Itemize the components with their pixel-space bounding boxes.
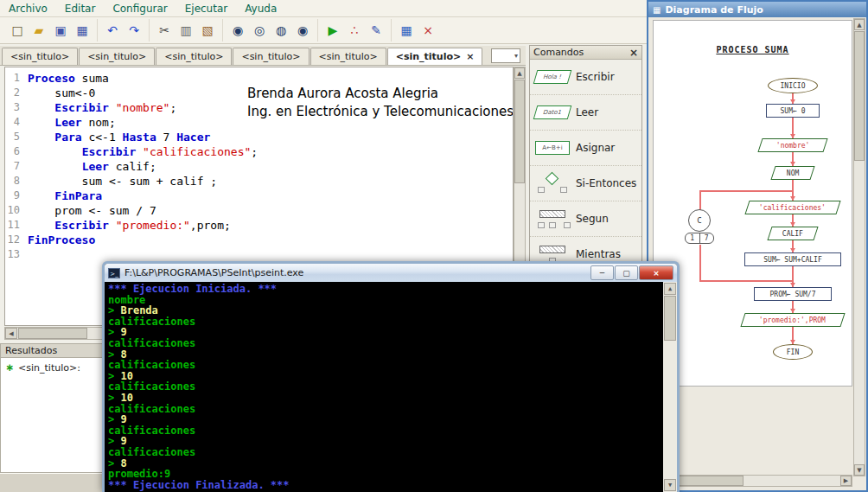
code-text[interactable]: Leer calif;	[28, 159, 156, 174]
code-line: 1Proceso suma	[5, 71, 513, 86]
console-line: calificaciones	[108, 360, 673, 371]
flow-node-sum-0[interactable]: SUM← 0	[766, 104, 820, 118]
code-text[interactable]: Escribir "nombre";	[28, 100, 176, 115]
redo-button[interactable]: ↷	[124, 20, 144, 41]
console-titlebar[interactable]: >_ F:\L&P\PROGRAMAS\PSeInt\pseint.exe ─▢…	[105, 264, 677, 282]
flow-node-inicio[interactable]: INICIO	[768, 78, 818, 93]
menu-ayuda[interactable]: Ayuda	[236, 1, 285, 16]
code-text[interactable]: Escribir "promedio:",prom;	[28, 218, 231, 233]
flow-node-prom-sum-7[interactable]: PROM← SUM/7	[754, 287, 832, 301]
flow-vscrollbar[interactable]: ▲ ▼	[853, 18, 865, 476]
find-prev-button[interactable]: ◍	[271, 20, 291, 41]
flow-hscrollbar[interactable]: ◀ ▶	[653, 475, 852, 487]
save-all-button[interactable]: ▦	[72, 20, 93, 41]
cut-button[interactable]: ✂	[154, 20, 175, 41]
code-text[interactable]: Proceso suma	[28, 71, 109, 86]
tab-1[interactable]: <sin_titulo>	[2, 48, 78, 65]
console-line: calificaciones	[108, 404, 673, 415]
flow-arrow-icon	[790, 222, 795, 227]
flow-node-sum-sum-calif[interactable]: SUM← SUM+CALIF	[744, 252, 841, 266]
flow-node-calif[interactable]: CALIF	[767, 227, 818, 240]
scroll-down-icon[interactable]: ▼	[664, 479, 676, 491]
scroll-down-icon[interactable]: ▼	[854, 464, 865, 476]
code-text[interactable]: Escribir "calificaciones";	[28, 144, 258, 159]
save-button[interactable]: ▣	[50, 20, 71, 41]
paste-button[interactable]: ▧	[197, 20, 218, 41]
flowchart-button[interactable]: ▦	[396, 20, 417, 41]
command-si-entonces[interactable]: Si-Entonces	[530, 166, 641, 201]
scroll-right-icon[interactable]: ▶	[840, 476, 852, 486]
replace-button[interactable]: ◉	[292, 20, 313, 41]
command-segun[interactable]: Segun	[530, 201, 641, 237]
edit-draw-button[interactable]: ✎	[366, 20, 386, 41]
command-label: Escribir	[576, 71, 615, 83]
flow-node-nombre[interactable]: 'nombre'	[757, 138, 827, 152]
tab-4[interactable]: <sin_titulo>	[233, 48, 309, 65]
flow-loop-node[interactable]: C	[688, 209, 711, 232]
tab-close-icon[interactable]: ×	[466, 51, 474, 62]
code-text[interactable]: Para c<-1 Hasta 7 Hacer	[28, 130, 210, 144]
code-line: 11 Escribir "promedio:",prom;	[5, 218, 513, 233]
command-leer[interactable]: Dato1Leer	[530, 95, 641, 131]
copy-button[interactable]: ▥	[176, 20, 196, 41]
editor-hscroll-thumb[interactable]	[18, 328, 87, 339]
new-file-button[interactable]: □	[7, 20, 28, 41]
flowchart-window-icon: ▦	[653, 5, 661, 15]
tab-6[interactable]: <sin_titulo>×	[387, 48, 483, 65]
flow-node-calificaciones[interactable]: 'calificaciones'	[744, 201, 840, 214]
flow-vscroll-thumb[interactable]	[854, 31, 865, 161]
close-button[interactable]: ×	[639, 265, 673, 280]
console-vscrollbar[interactable]: ▲ ▼	[663, 282, 677, 492]
flow-node-nom[interactable]: NOM	[770, 166, 814, 180]
line-number: 9	[5, 188, 28, 203]
close-icon[interactable]: ×	[629, 47, 638, 59]
command-escribir[interactable]: Hola !Escribir	[530, 60, 641, 95]
flow-arrow-icon	[790, 134, 795, 138]
run-step-button[interactable]: ∴	[344, 20, 365, 41]
minimize-button[interactable]: ─	[590, 265, 614, 280]
menu-configurar[interactable]: Configurar	[104, 1, 176, 16]
find-button[interactable]: ◉	[227, 20, 248, 41]
flow-arrow-icon	[790, 196, 795, 201]
editor-vscroll-thumb[interactable]	[514, 80, 525, 183]
code-text[interactable]: prom <- sum / 7	[28, 203, 156, 218]
flow-node-promedio-prom[interactable]: 'promedio:',PROM	[740, 313, 845, 327]
flow-node-fin[interactable]: FIN	[773, 344, 813, 360]
line-number: 7	[5, 159, 28, 174]
flowchart-titlebar[interactable]: ▦ Diagrama de Flujo	[648, 2, 866, 17]
quit-button[interactable]: ×	[418, 20, 438, 41]
undo-button[interactable]: ↶	[102, 20, 123, 41]
command-label: Mientras	[576, 248, 621, 260]
flow-canvas[interactable]: PROCESO SUMA INICIOSUM← 0'nombre'NOM'cal…	[653, 20, 852, 387]
tab-2[interactable]: <sin_titulo>	[79, 48, 155, 65]
tab-label: <sin_titulo>	[87, 51, 146, 62]
scroll-left-icon[interactable]: ◀	[5, 328, 17, 339]
code-text[interactable]: sum <- sum + calif ;	[28, 174, 217, 188]
tab-5[interactable]: <sin_titulo>	[310, 48, 386, 65]
command-label: Leer	[576, 106, 598, 118]
maximize-button[interactable]: ▢	[615, 265, 638, 280]
scroll-up-icon[interactable]: ▲	[514, 67, 525, 79]
console-body[interactable]: *** Ejecucion Iniciada. ***nombre> Brend…	[105, 282, 677, 492]
code-line: 8 sum <- sum + calif ;	[5, 174, 513, 188]
code-text[interactable]: FinProceso	[28, 233, 95, 247]
code-text[interactable]: sum<-0	[28, 86, 95, 100]
line-number: 12	[5, 233, 28, 247]
open-file-button[interactable]: ▰	[29, 20, 49, 41]
tab-3[interactable]: <sin_titulo>	[156, 48, 232, 65]
run-button[interactable]: ▶	[322, 20, 343, 41]
menu-archivo[interactable]: Archivo	[0, 1, 56, 16]
flow-arrow-icon	[790, 162, 795, 166]
code-text[interactable]: Leer nom;	[28, 115, 116, 130]
tab-list-dropdown[interactable]: ▾	[491, 48, 520, 63]
code-line: 9 FinPara	[5, 188, 513, 203]
menu-ejecutar[interactable]: Ejecutar	[176, 1, 237, 16]
console-vscroll-thumb[interactable]	[664, 296, 676, 341]
find-next-button[interactable]: ◎	[249, 20, 270, 41]
copy-icon: ▥	[180, 24, 191, 36]
scroll-up-icon[interactable]: ▲	[664, 283, 676, 295]
menu-editar[interactable]: Editar	[56, 1, 105, 16]
code-text[interactable]: FinPara	[28, 188, 102, 203]
command-asignar[interactable]: A←B+iAsignar	[530, 131, 641, 166]
scroll-up-icon[interactable]: ▲	[854, 19, 865, 30]
